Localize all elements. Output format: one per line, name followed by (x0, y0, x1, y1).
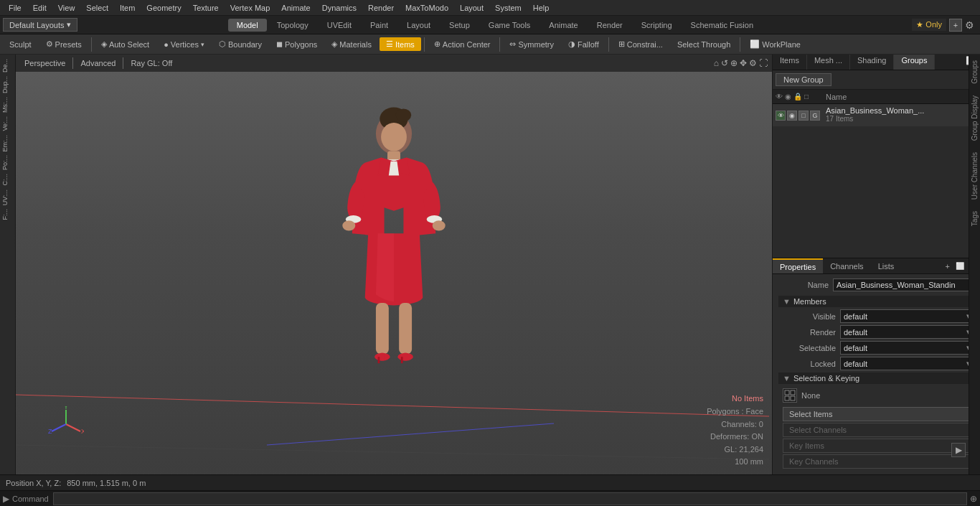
none-button[interactable]: None (778, 385, 974, 406)
boundary-button[interactable]: ⬡ Boundary (212, 37, 268, 51)
menu-help[interactable]: Help (527, 2, 555, 14)
prop-tab-lock-icon[interactable]: ⬜ (954, 261, 966, 271)
constraints-button[interactable]: ⊞ Constrai... (612, 37, 669, 51)
tab-layout[interactable]: Layout (398, 19, 439, 32)
sculpt-button[interactable]: Sculpt (3, 38, 38, 51)
command-clear-icon[interactable]: ⊕ (970, 494, 977, 504)
viewport-rotate-icon[interactable]: ↺ (721, 58, 728, 68)
wire-icon[interactable]: □ (804, 93, 809, 100)
polygons-button[interactable]: ◼ Polygons (270, 37, 324, 51)
rpanel-tab-shading[interactable]: Shading (850, 55, 894, 70)
viewport-home-icon[interactable]: ⌂ (714, 58, 719, 68)
menu-layout[interactable]: Layout (454, 2, 489, 14)
workplane-button[interactable]: ⬜ WorkPlane (743, 37, 807, 51)
prop-tab-lists[interactable]: Lists (871, 258, 902, 273)
rpanel-tab-groups[interactable]: Groups (894, 55, 935, 70)
tab-schematic[interactable]: Schematic Fusion (682, 19, 762, 32)
presets-button[interactable]: ⚙ Presets (39, 37, 88, 51)
render-icon[interactable]: ◉ (785, 93, 791, 100)
new-group-button[interactable]: New Group (776, 73, 831, 86)
viewport-scene[interactable]: X Y Z No Items Polygons : Face Channels:… (16, 72, 772, 474)
menu-select[interactable]: Select (80, 2, 114, 14)
left-tool-po[interactable]: Po:... (1, 154, 14, 172)
left-tool-ve[interactable]: Ve:... (1, 115, 14, 133)
render-select[interactable]: default ▾ (840, 325, 974, 339)
tab-game-tools[interactable]: Game Tools (480, 19, 540, 32)
visible-select[interactable]: default ▾ (840, 309, 974, 323)
group-eye-icon[interactable]: 👁 (776, 111, 786, 121)
viewport-raygl-button[interactable]: Ray GL: Off (126, 57, 176, 69)
tab-animate[interactable]: Animate (540, 19, 586, 32)
menu-system[interactable]: System (489, 2, 527, 14)
menu-render[interactable]: Render (362, 2, 400, 14)
lock-icon[interactable]: 🔒 (793, 93, 802, 100)
left-tool-dup[interactable]: Dup... (1, 75, 14, 95)
left-tool-c[interactable]: C:... (1, 172, 14, 187)
viewport[interactable]: Perspective Advanced Ray GL: Off ⌂ ↺ ⊕ ✥… (16, 55, 772, 474)
menu-edit[interactable]: Edit (27, 2, 52, 14)
viewport-mode-button[interactable]: Perspective (20, 57, 70, 69)
prop-tab-plus[interactable]: + (941, 261, 954, 272)
menu-vertex-map[interactable]: Vertex Map (225, 2, 276, 14)
tab-setup[interactable]: Setup (440, 19, 479, 32)
side-tab-group-display[interactable]: Group Display (969, 90, 980, 146)
action-center-button[interactable]: ⊕ Action Center (428, 37, 497, 51)
tab-model[interactable]: Model (228, 19, 267, 32)
left-tool-de[interactable]: De... (1, 57, 14, 74)
locked-select[interactable]: default ▾ (840, 357, 974, 370)
symmetry-button[interactable]: ⇔ Symmetry (503, 37, 560, 51)
add-layout-button[interactable]: + (949, 19, 962, 32)
side-tab-tags[interactable]: Tags (969, 205, 980, 232)
menu-maxtomodo[interactable]: MaxToModo (400, 2, 454, 14)
falloff-button[interactable]: ◑ Falloff (562, 37, 606, 51)
settings-icon[interactable]: ⚙ (965, 19, 974, 31)
select-channels-button[interactable]: Select Channels (783, 423, 970, 437)
menu-texture[interactable]: Texture (187, 2, 225, 14)
command-input[interactable] (53, 492, 967, 505)
group-row[interactable]: 👁 ◉ □ G Asian_Business_Woman_... 17 Item… (773, 104, 980, 127)
menu-geometry[interactable]: Geometry (141, 2, 187, 14)
group-render-icon[interactable]: ◉ (787, 111, 797, 121)
layout-selector[interactable]: Default Layouts ▾ (3, 18, 77, 32)
rpanel-tab-items[interactable]: Items (773, 55, 807, 70)
tab-render[interactable]: Render (588, 19, 631, 32)
prop-tab-properties[interactable]: Properties (773, 258, 823, 273)
select-through-button[interactable]: Select Through (671, 38, 737, 51)
expand-button[interactable]: ▶ (951, 443, 966, 457)
menu-dynamics[interactable]: Dynamics (316, 2, 362, 14)
tab-topology[interactable]: Topology (268, 19, 317, 32)
select-items-button[interactable]: Select Items (783, 407, 970, 421)
selection-keying-section[interactable]: ▼ Selection & Keying (778, 373, 974, 384)
key-items-button[interactable]: Key Items (783, 439, 970, 453)
tab-uvedit[interactable]: UVEdit (319, 19, 360, 32)
prop-tab-channels[interactable]: Channels (823, 258, 870, 273)
viewport-advanced-button[interactable]: Advanced (76, 57, 120, 69)
left-tool-f[interactable]: F:... (1, 207, 14, 222)
group-obj-icon[interactable]: G (810, 111, 820, 121)
group-lock-icon[interactable]: □ (798, 111, 809, 121)
menu-item[interactable]: Item (114, 2, 141, 14)
side-tab-user-channels[interactable]: User Channels (969, 146, 980, 205)
name-input[interactable] (833, 278, 974, 291)
side-tab-groups[interactable]: Groups (969, 55, 980, 90)
left-tool-ms[interactable]: Ms:... (1, 95, 14, 114)
tab-paint[interactable]: Paint (362, 19, 397, 32)
eye-icon[interactable]: 👁 (776, 93, 783, 100)
left-tool-uv[interactable]: UV:... (1, 188, 14, 207)
menu-file[interactable]: File (3, 2, 27, 14)
viewport-zoom-icon[interactable]: ⊕ (730, 58, 738, 68)
viewport-pan-icon[interactable]: ✥ (740, 58, 747, 68)
viewport-settings-icon[interactable]: ⚙ (749, 58, 757, 68)
rpanel-tab-mesh[interactable]: Mesh ... (807, 55, 850, 70)
left-tool-em[interactable]: Em:... (1, 133, 14, 154)
menu-view[interactable]: View (52, 2, 81, 14)
items-button[interactable]: ☰ Items (380, 37, 421, 51)
vertices-button[interactable]: ● Vertices ▾ (157, 38, 211, 51)
auto-select-button[interactable]: ◈ Auto Select (95, 37, 156, 51)
menu-animate[interactable]: Animate (275, 2, 316, 14)
selectable-select[interactable]: default ▾ (840, 341, 974, 355)
tab-scripting[interactable]: Scripting (633, 19, 681, 32)
viewport-maximize-icon[interactable]: ⛶ (759, 58, 768, 68)
key-channels-button[interactable]: Key Channels (783, 454, 970, 469)
members-section[interactable]: ▼ Members (778, 296, 974, 307)
